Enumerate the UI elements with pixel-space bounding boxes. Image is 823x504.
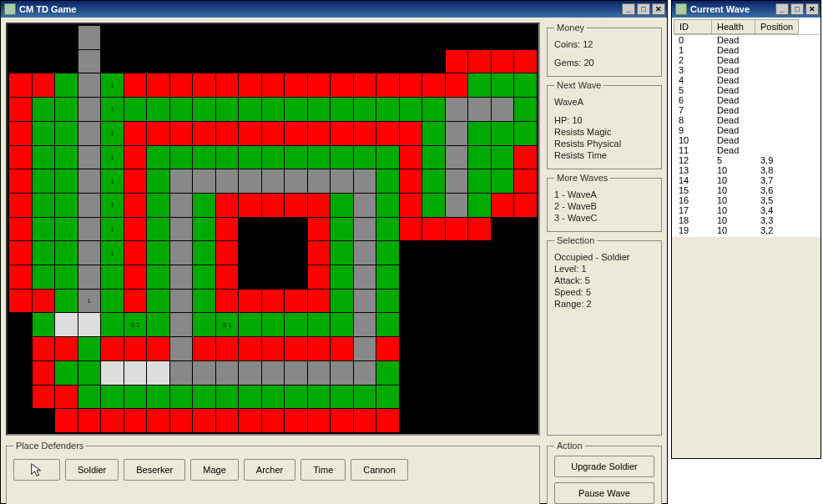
- grid-cell[interactable]: [331, 337, 353, 360]
- grid-cell[interactable]: [262, 241, 285, 265]
- grid-cell[interactable]: [331, 26, 353, 49]
- grid-cell[interactable]: [78, 98, 101, 121]
- grid-cell[interactable]: [400, 313, 422, 336]
- grid-cell[interactable]: [239, 409, 261, 432]
- wave-row[interactable]: 13103,8: [674, 165, 819, 175]
- grid-cell[interactable]: [147, 218, 169, 241]
- defender-button-soldier[interactable]: Soldier: [65, 459, 119, 481]
- grid-cell[interactable]: [354, 146, 376, 169]
- grid-cell[interactable]: [147, 169, 169, 193]
- grid-cell[interactable]: [262, 313, 285, 336]
- grid-cell[interactable]: [308, 26, 331, 49]
- grid-cell[interactable]: [170, 361, 193, 385]
- wave-row[interactable]: 11Dead: [674, 145, 819, 155]
- grid-cell[interactable]: [514, 98, 537, 121]
- grid-cell[interactable]: [262, 265, 285, 289]
- grid-cell[interactable]: [446, 169, 468, 193]
- grid-cell[interactable]: [376, 265, 399, 289]
- grid-cell[interactable]: [216, 241, 239, 265]
- grid-cell[interactable]: [9, 98, 32, 121]
- wave-row[interactable]: 7Dead: [674, 105, 819, 115]
- upgrade-button[interactable]: Upgrade Soldier: [554, 456, 654, 477]
- grid-cell[interactable]: [331, 169, 353, 193]
- grid-cell[interactable]: [446, 122, 468, 145]
- pause-wave-button[interactable]: Pause Wave: [554, 482, 654, 504]
- grid-cell[interactable]: [376, 50, 399, 73]
- grid-cell[interactable]: [446, 73, 468, 97]
- grid-cell[interactable]: [78, 26, 101, 49]
- grid-cell[interactable]: [514, 50, 537, 73]
- grid-cell[interactable]: [400, 169, 422, 193]
- wave-row[interactable]: 19103,2: [674, 225, 819, 235]
- grid-cell[interactable]: [376, 241, 399, 265]
- grid-cell[interactable]: [147, 386, 169, 409]
- grid-cell[interactable]: [216, 361, 239, 385]
- grid-cell[interactable]: [308, 409, 331, 432]
- grid-cell[interactable]: [239, 386, 261, 409]
- grid-cell[interactable]: [33, 194, 55, 217]
- grid-cell[interactable]: [422, 218, 445, 241]
- grid-cell[interactable]: [33, 50, 55, 73]
- grid-cell[interactable]: [124, 337, 147, 360]
- grid-cell[interactable]: [492, 146, 514, 169]
- grid-cell[interactable]: [239, 146, 261, 169]
- grid-cell[interactable]: [55, 50, 78, 73]
- grid-cell[interactable]: [492, 361, 514, 385]
- grid-cell[interactable]: [468, 241, 491, 265]
- grid-cell[interactable]: [308, 169, 331, 193]
- grid-cell[interactable]: [400, 194, 422, 217]
- grid-cell[interactable]: [193, 98, 215, 121]
- grid-cell[interactable]: [239, 98, 261, 121]
- grid-cell[interactable]: [492, 98, 514, 121]
- grid-cell[interactable]: [285, 50, 307, 73]
- grid-cell[interactable]: [193, 122, 215, 145]
- grid-cell[interactable]: [354, 290, 376, 313]
- grid-cell[interactable]: [331, 290, 353, 313]
- grid-cell[interactable]: [55, 194, 78, 217]
- grid-cell[interactable]: [376, 337, 399, 360]
- grid-cell[interactable]: [514, 337, 537, 360]
- grid-cell[interactable]: [492, 337, 514, 360]
- grid-cell[interactable]: [354, 98, 376, 121]
- grid-cell[interactable]: [331, 122, 353, 145]
- grid-cell[interactable]: [331, 194, 353, 217]
- grid-cell[interactable]: [492, 169, 514, 193]
- grid-cell[interactable]: [239, 26, 261, 49]
- grid-cell[interactable]: [33, 98, 55, 121]
- grid-cell[interactable]: [468, 265, 491, 289]
- grid-cell[interactable]: [216, 98, 239, 121]
- grid-cell[interactable]: [101, 313, 124, 336]
- grid-cell[interactable]: [147, 241, 169, 265]
- grid-cell[interactable]: [170, 50, 193, 73]
- grid-cell[interactable]: 1: [101, 194, 124, 217]
- grid-cell[interactable]: [400, 241, 422, 265]
- grid-cell[interactable]: [354, 122, 376, 145]
- grid-cell[interactable]: [147, 337, 169, 360]
- grid-cell[interactable]: [354, 361, 376, 385]
- grid-cell[interactable]: [55, 122, 78, 145]
- grid-cell[interactable]: [285, 169, 307, 193]
- grid-cell[interactable]: [422, 409, 445, 432]
- grid-cell[interactable]: [147, 122, 169, 145]
- defender-button-cannon[interactable]: Cannon: [351, 459, 408, 481]
- grid-cell[interactable]: [376, 290, 399, 313]
- grid-cell[interactable]: [400, 146, 422, 169]
- grid-cell[interactable]: [468, 337, 491, 360]
- grid-cell[interactable]: [376, 98, 399, 121]
- grid-cell[interactable]: [308, 290, 331, 313]
- grid-cell[interactable]: [285, 146, 307, 169]
- grid-cell[interactable]: [101, 361, 124, 385]
- grid-cell[interactable]: [170, 386, 193, 409]
- grid-cell[interactable]: [55, 409, 78, 432]
- grid-cell[interactable]: [331, 98, 353, 121]
- grid-cell[interactable]: [308, 146, 331, 169]
- grid-cell[interactable]: [170, 409, 193, 432]
- grid-cell[interactable]: [376, 194, 399, 217]
- grid-cell[interactable]: [124, 361, 147, 385]
- wave-row[interactable]: 8Dead: [674, 115, 819, 125]
- grid-cell[interactable]: [239, 122, 261, 145]
- grid-cell[interactable]: [170, 26, 193, 49]
- grid-cell[interactable]: [331, 313, 353, 336]
- grid-cell[interactable]: [170, 265, 193, 289]
- grid-cell[interactable]: [170, 313, 193, 336]
